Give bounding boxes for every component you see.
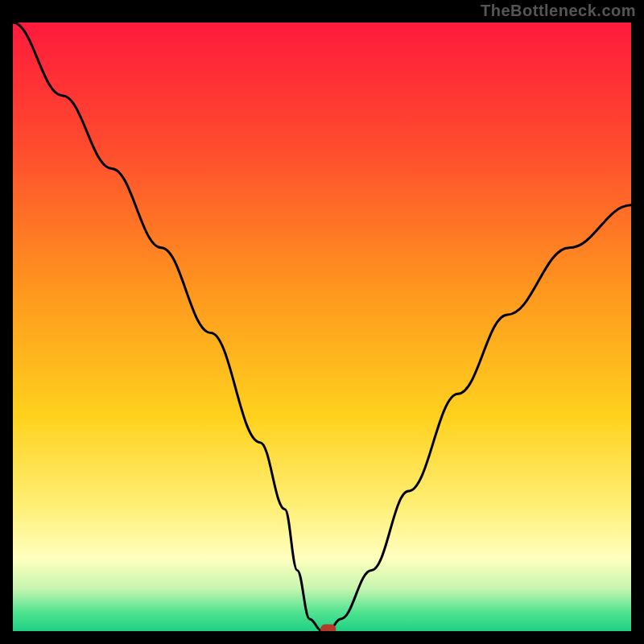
optimal-point-marker	[321, 625, 336, 631]
chart-frame: TheBottleneck.com	[0, 0, 644, 644]
watermark-label: TheBottleneck.com	[481, 2, 636, 20]
plot-area	[13, 23, 631, 631]
chart-svg	[13, 23, 631, 631]
gradient-background	[13, 23, 631, 631]
